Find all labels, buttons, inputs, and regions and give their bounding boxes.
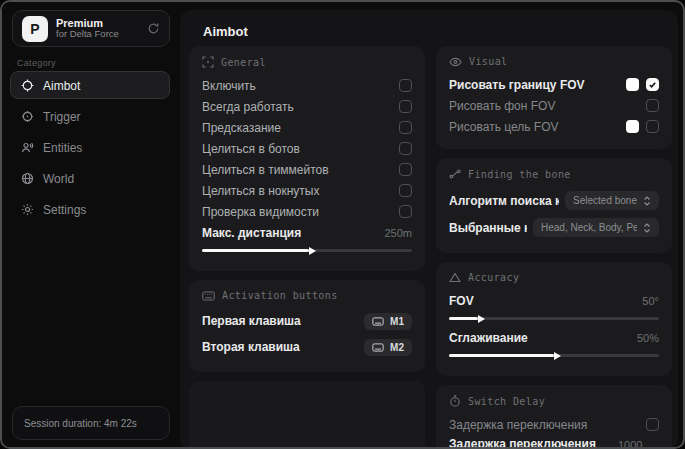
setting-label: Предсказание [202,121,281,135]
session-duration: Session duration: 4m 22s [12,406,170,440]
keybind-value: M2 [390,342,404,353]
panel-header-label: General [221,57,266,68]
switch-delay-panel: Switch Delay Задержка переключения Задер… [436,385,672,449]
bone-icon [449,168,461,180]
checkbox[interactable] [399,79,412,92]
checkbox[interactable] [646,120,659,133]
sidebar-menu: Aimbot Trigger Entities [10,71,170,223]
panel-header-label: Accuracy [468,272,519,283]
globe-icon [21,172,34,185]
crosshair-icon [21,79,34,92]
panel-header-label: Finding the bone [468,169,571,180]
scan-icon [202,56,214,68]
general-panel: General Включить Всегда работать Предска… [189,46,425,271]
gear-icon [21,203,34,216]
checkbox[interactable] [646,99,659,112]
sidebar-item-entities[interactable]: Entities [10,133,170,161]
refresh-icon[interactable] [147,22,160,35]
slider-fill [449,354,554,357]
panel-header-label: Switch Delay [468,396,545,407]
keybind-row: Вторая клавиша M2 [202,334,412,360]
setting-row: Задержка переключения [449,414,659,435]
dropdown-row: Выбранные кос Head, Neck, Body, Pe... [449,214,659,241]
brand-subtitle: for Delta Force [56,29,139,40]
right-column: Visual Рисовать границу FOV Рисовать фон… [436,46,672,449]
setting-label: Алгоритм поиска кост [449,194,559,208]
category-label: Category [17,58,56,68]
setting-row: Целиться в ботов [202,138,412,159]
sidebar-item-label: Settings [43,203,86,217]
dropdown-value: Head, Neck, Body, Pe... [541,222,637,233]
setting-label: Выбранные кос [449,221,527,235]
checkbox[interactable] [399,100,412,113]
setting-label: Рисовать цель FOV [449,120,559,134]
sidebar-item-label: World [43,172,74,186]
setting-row: Включить [202,75,412,96]
max-distance-value: 250m [384,227,412,239]
bone-algorithm-dropdown[interactable]: Selected bone [565,191,659,210]
keybind-value: M1 [390,316,404,327]
keybind-button-m1[interactable]: M1 [364,313,412,330]
dropdown-row: Алгоритм поиска кост Selected bone [449,187,659,214]
setting-label: Включить [202,79,256,93]
checkbox[interactable] [399,142,412,155]
setting-row: Рисовать фон FOV [449,95,659,116]
sidebar-item-settings[interactable]: Settings [10,195,170,223]
checkbox[interactable] [399,184,412,197]
setting-label: Сглаживание [449,331,528,345]
setting-label: Рисовать фон FOV [449,99,555,113]
fov-slider[interactable] [449,314,659,323]
setting-label: Первая клавиша [202,314,301,328]
setting-row: Целиться в нокнутых [202,180,412,201]
fov-value: 50° [642,295,659,307]
smoothing-value: 50% [637,332,659,344]
app-window: P Premium for Delta Force Category Aimbo… [0,0,685,449]
bone-panel: Finding the bone Алгоритм поиска кост Se… [436,158,672,253]
eye-icon [449,57,462,67]
slider-row: FOV 50° [449,290,659,311]
checkbox[interactable] [399,121,412,134]
setting-label: Макс. дистанция [202,226,301,240]
slider-fill [449,317,478,320]
switch-delay-value: 1000 ms [618,439,659,449]
setting-label: Всегда работать [202,100,294,114]
setting-label: Целиться в ботов [202,142,300,156]
keyboard-icon [202,291,215,301]
visual-panel: Visual Рисовать границу FOV Рисовать фон… [436,46,672,149]
unfold-icon [643,196,651,206]
keyboard-icon [372,343,384,352]
page-title: Aimbot [203,24,248,39]
checkbox[interactable] [399,205,412,218]
setting-label: Вторая клавиша [202,340,300,354]
setting-row: Рисовать цель FOV [449,116,659,137]
panel-header-label: Visual [469,56,508,67]
setting-label: Целиться в тиммейтов [202,163,329,177]
color-swatch[interactable] [626,120,639,133]
selected-bones-dropdown[interactable]: Head, Neck, Body, Pe... [533,218,659,237]
setting-row: Рисовать границу FOV [449,74,659,95]
max-distance-slider[interactable] [202,246,412,255]
setting-row: Проверка видимости [202,201,412,222]
sidebar-item-world[interactable]: World [10,164,170,192]
setting-label: Задержка переключения (мс) [449,437,618,449]
keybind-button-m2[interactable]: M2 [364,339,412,356]
checkbox[interactable] [399,163,412,176]
checkbox[interactable] [646,78,659,91]
main-content: Aimbot General Включить Всегда р [180,10,678,449]
smoothing-slider[interactable] [449,351,659,360]
checkbox[interactable] [646,418,659,431]
slider-fill [202,249,309,252]
slider-row: Задержка переключения (мс) 1000 ms [449,437,659,449]
sidebar-item-trigger[interactable]: Trigger [10,102,170,130]
unfold-icon [643,223,651,233]
setting-label: Целиться в нокнутых [202,184,319,198]
setting-label: Рисовать границу FOV [449,78,585,92]
setting-label: FOV [449,294,474,308]
trigger-icon [21,110,34,123]
max-distance-row: Макс. дистанция 250m [202,222,412,243]
entities-icon [21,141,34,154]
sidebar-item-aimbot[interactable]: Aimbot [10,71,170,99]
sidebar-item-label: Trigger [43,110,81,124]
sidebar: P Premium for Delta Force Category Aimbo… [2,2,178,447]
color-swatch[interactable] [626,78,639,91]
